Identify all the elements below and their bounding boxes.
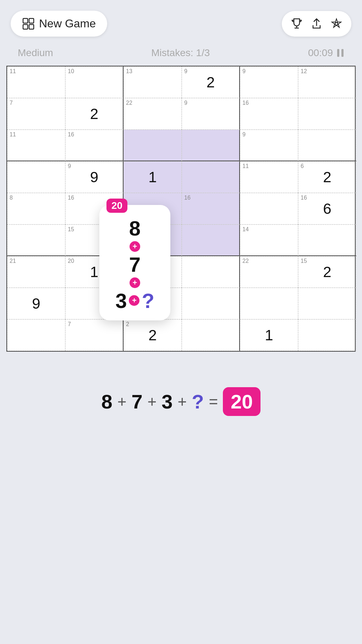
cell-value: 1 [148, 170, 157, 185]
cell-clue: 9 [242, 68, 246, 75]
cell-value: 2 [90, 107, 98, 121]
table-row[interactable] [240, 288, 298, 319]
table-row[interactable] [298, 130, 356, 161]
timer-value: 00:09 [308, 47, 333, 59]
cell-value: 9 [32, 296, 40, 311]
popup-num-3: 3 [115, 289, 127, 312]
table-row[interactable]: 7 [7, 98, 65, 130]
table-row[interactable] [182, 224, 240, 256]
sudoku-grid: 1110139291272229161116999111628161616615… [7, 66, 356, 351]
cell-clue: 14 [242, 226, 249, 233]
eq-op3: + [177, 393, 187, 411]
table-row[interactable]: 16 [240, 98, 298, 130]
new-game-button[interactable]: New Game [11, 11, 107, 37]
table-row[interactable]: 7 [65, 319, 124, 351]
table-row[interactable] [7, 224, 65, 256]
table-row[interactable] [182, 319, 240, 351]
svg-rect-1 [29, 18, 34, 23]
cell-value: 2 [148, 328, 157, 343]
cell-clue: 7 [10, 100, 13, 106]
cell-clue: 8 [10, 195, 13, 201]
settings-button[interactable] [329, 16, 344, 32]
table-row[interactable]: 9 [7, 288, 65, 319]
cell-clue: 22 [126, 100, 132, 106]
cell-clue: 9 [184, 68, 187, 75]
eq-question: ? [192, 390, 204, 413]
cell-clue: 16 [68, 195, 74, 201]
eq-num3: 3 [161, 390, 172, 413]
table-row[interactable]: 152 [298, 256, 356, 288]
cell-clue: 21 [10, 258, 16, 264]
table-row[interactable]: 8 [7, 193, 65, 224]
table-row[interactable]: 1 [240, 319, 298, 351]
grid-icon [22, 17, 35, 30]
cell-clue: 22 [242, 258, 249, 264]
table-row[interactable] [298, 224, 356, 256]
popup-num-8: 8 [129, 217, 141, 240]
new-game-label: New Game [39, 17, 96, 30]
cell-value: 1 [265, 328, 273, 343]
popup-last-row: 3 + ? [115, 289, 154, 312]
mistakes-label: Mistakes: 1/3 [151, 47, 210, 59]
cell-clue: 9 [184, 100, 187, 106]
table-row[interactable]: 166 [298, 193, 356, 224]
table-row[interactable]: 12 [298, 66, 356, 98]
table-row[interactable] [298, 98, 356, 130]
eq-result: 20 [223, 387, 260, 416]
table-row[interactable]: 62 [298, 161, 356, 193]
table-row[interactable]: 22 [240, 256, 298, 288]
table-row[interactable]: 99 [65, 161, 124, 193]
svg-rect-8 [337, 49, 339, 57]
table-row[interactable]: 9 [240, 130, 298, 161]
popup-plus-3: + [129, 295, 139, 306]
table-row[interactable]: 21 [7, 256, 65, 288]
table-row[interactable]: 2 [65, 98, 124, 130]
table-row[interactable] [240, 193, 298, 224]
table-row[interactable] [182, 288, 240, 319]
cell-clue: 20 [68, 258, 74, 264]
eq-equals: = [209, 393, 218, 411]
cell-value: 1 [90, 265, 98, 280]
table-row[interactable] [124, 130, 182, 161]
table-row[interactable] [182, 130, 240, 161]
table-row[interactable] [182, 161, 240, 193]
popup-content: 8 + 7 + 3 + ? [106, 217, 164, 312]
sudoku-grid-container: 1110139291272229161116999111628161616615… [6, 66, 356, 352]
pause-icon[interactable] [336, 48, 344, 58]
table-row[interactable]: 22 [124, 319, 182, 351]
table-row[interactable]: 11 [7, 66, 65, 98]
cell-clue: 11 [10, 68, 16, 75]
share-button[interactable] [309, 16, 324, 32]
table-row[interactable]: 9 [182, 98, 240, 130]
table-row[interactable]: 13 [124, 66, 182, 98]
status-bar: Medium Mistakes: 1/3 00:09 [0, 44, 362, 66]
cell-clue: 16 [301, 195, 307, 201]
table-row[interactable] [182, 256, 240, 288]
table-row[interactable]: 10 [65, 66, 124, 98]
svg-rect-0 [23, 18, 28, 23]
table-row[interactable]: 11 [240, 161, 298, 193]
table-row[interactable]: 16 [182, 193, 240, 224]
table-row[interactable] [7, 161, 65, 193]
table-row[interactable]: 1 [124, 161, 182, 193]
table-row[interactable]: 9 [240, 66, 298, 98]
table-row[interactable] [7, 319, 65, 351]
table-row[interactable] [298, 319, 356, 351]
cage-popup: 20 8 + 7 + 3 + ? [99, 205, 170, 320]
table-row[interactable] [298, 288, 356, 319]
table-row[interactable]: 22 [124, 98, 182, 130]
eq-op1: + [117, 393, 127, 411]
difficulty-label: Medium [18, 47, 53, 59]
popup-num-7: 7 [129, 253, 141, 276]
table-row[interactable]: 11 [7, 130, 65, 161]
cell-clue: 16 [184, 195, 191, 201]
header-right-buttons [282, 11, 351, 37]
cell-value: 6 [323, 201, 331, 216]
popup-plus-1: + [130, 241, 140, 252]
table-row[interactable]: 14 [240, 224, 298, 256]
cell-clue: 16 [242, 100, 249, 106]
table-row[interactable]: 92 [182, 66, 240, 98]
popup-card: 20 8 + 7 + 3 + ? [99, 205, 170, 320]
table-row[interactable]: 16 [65, 130, 124, 161]
trophy-button[interactable] [289, 16, 305, 32]
